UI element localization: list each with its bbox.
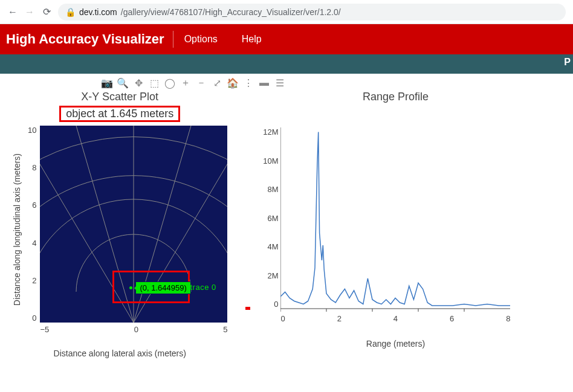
- object-annotation: object at 1.645 meters: [59, 106, 180, 122]
- menu-help[interactable]: Help: [242, 34, 262, 45]
- range-yticks: 12M 10M 8M 6M 4M 2M 0: [257, 127, 278, 309]
- menu-options[interactable]: Options: [184, 34, 218, 45]
- zoom-out-icon[interactable]: －: [196, 77, 207, 88]
- browser-toolbar: ← → ⟳ 🔒 dev.ti.com/gallery/view/4768107/…: [0, 0, 573, 24]
- hover-closest-icon[interactable]: ▬: [259, 77, 270, 88]
- ytick: 10M: [257, 156, 278, 165]
- xtick: 8: [506, 314, 510, 323]
- app-title: High Accuracy Visualizer: [6, 31, 168, 47]
- camera-icon[interactable]: 📷: [102, 77, 112, 88]
- point-tooltip: (0, 1.644959): [135, 281, 190, 294]
- ytick: 4: [32, 239, 36, 248]
- ytick: 4M: [257, 242, 278, 251]
- subbar-right: P: [564, 57, 571, 68]
- ytick: 0: [32, 313, 36, 323]
- lasso-icon[interactable]: ◯: [164, 77, 175, 88]
- zoom-in-icon[interactable]: ＋: [180, 77, 191, 88]
- range-xticks: 0 2 4 6 8: [280, 314, 510, 323]
- main-content: X-Y Scatter Plot object at 1.645 meters …: [0, 89, 573, 364]
- ytick: 8M: [257, 185, 278, 194]
- back-icon[interactable]: ←: [7, 7, 18, 18]
- reload-icon[interactable]: ⟳: [41, 6, 52, 18]
- ytick: 2: [32, 276, 36, 285]
- zoom-icon[interactable]: 🔍: [117, 77, 128, 88]
- ytick: 8: [32, 163, 36, 172]
- range-title: Range Profile: [363, 91, 429, 103]
- legend-marker: [245, 307, 250, 310]
- address-bar[interactable]: 🔒 dev.ti.com/gallery/view/4768107/High_A…: [58, 4, 566, 21]
- xtick: 2: [337, 314, 342, 323]
- ytick: 2M: [257, 271, 278, 280]
- range-xlabel: Range (meters): [280, 339, 510, 349]
- range-line: [280, 127, 510, 321]
- ytick: 10: [28, 126, 36, 135]
- lock-icon: 🔒: [65, 7, 76, 17]
- url-host: dev.ti.com: [79, 7, 117, 17]
- hover-compare-icon[interactable]: ☰: [274, 77, 285, 88]
- range-plot-area[interactable]: 12M 10M 8M 6M 4M 2M 0: [280, 127, 510, 321]
- xtick: 5: [223, 325, 227, 334]
- xtick: 0: [280, 314, 285, 323]
- ytick: 6M: [257, 214, 278, 223]
- forward-icon: →: [24, 7, 35, 18]
- scatter-title: X-Y Scatter Plot: [81, 91, 158, 103]
- scatter-ylabel: Distance along longitudinal axis (meters…: [12, 153, 22, 306]
- spike-lines-icon[interactable]: ⋮: [243, 77, 254, 88]
- scatter-xticks: −5 0 5: [40, 325, 227, 334]
- ytick: 6: [32, 201, 36, 210]
- plot-toolbar: 📷 🔍 ✥ ⬚ ◯ ＋ － ⤢ 🏠 ⋮ ▬ ☰: [0, 74, 573, 89]
- url-path: /gallery/view/4768107/High_Accuracy_Visu…: [121, 7, 341, 17]
- scatter-xlabel: Distance along lateral axis (meters): [12, 349, 227, 358]
- scatter-plot-area[interactable]: (0, 1.644959) trace 0: [40, 126, 227, 323]
- xtick: 0: [134, 325, 138, 334]
- box-select-icon[interactable]: ⬚: [149, 77, 160, 88]
- trace-label: trace 0: [190, 283, 216, 292]
- range-chart: Range Profile 12M 10M 8M 6M 4M 2M 0: [280, 89, 510, 358]
- autoscale-icon[interactable]: ⤢: [212, 77, 222, 88]
- xtick: 6: [450, 314, 454, 323]
- ytick: 0: [257, 300, 278, 309]
- scatter-chart: X-Y Scatter Plot object at 1.645 meters …: [12, 89, 227, 358]
- app-bar: High Accuracy Visualizer Options Help: [0, 24, 573, 54]
- xtick: −5: [40, 325, 49, 334]
- reset-icon[interactable]: 🏠: [227, 77, 238, 88]
- ytick: 12M: [257, 127, 278, 137]
- xtick: 4: [393, 314, 398, 323]
- scatter-yticks: 10 8 6 4 2 0: [24, 126, 40, 323]
- pan-icon[interactable]: ✥: [133, 77, 144, 88]
- sub-bar: P: [0, 54, 573, 74]
- divider: [173, 31, 173, 48]
